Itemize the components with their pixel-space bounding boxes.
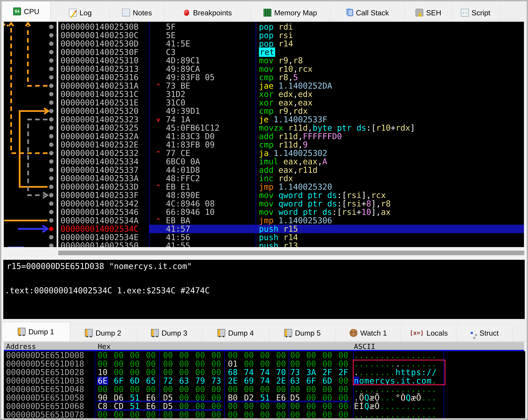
disasm-row[interactable]: 000000014002530C5Epop rsi [58, 31, 524, 40]
tab-breakpoints[interactable]: Breakpoints [164, 4, 251, 21]
instruction-bytes: 49:83F8 05 [166, 73, 215, 82]
dump-row[interactable]: 000000D5E651D048000000000000000000000000… [4, 385, 525, 394]
tab-call-stack[interactable]: Call Stack [330, 4, 405, 21]
hex-byte: 00 [114, 360, 124, 368]
instruction-text: push r14 [259, 233, 298, 242]
dump-row[interactable]: 000000D5E651D018000000000000000001000000… [4, 360, 525, 368]
hex-byte: 00 [244, 410, 254, 419]
disasm-row[interactable]: 00000001400253424C:8946 08mov qword ptr … [58, 200, 524, 208]
hex-byte: 00 [98, 410, 108, 419]
disasm-row[interactable]: 000000014002531349:89CAmov r10,rcx [58, 65, 524, 73]
disasm-row[interactable]: 000000014002531649:83F8 05cmp r8,5 [58, 73, 524, 82]
dump-separator-3 [224, 351, 225, 419]
instruction-bytes: 41:83FB 09 [166, 141, 215, 149]
dump-header: Address Hex ASCII [4, 342, 524, 350]
instruction-text: jae 1.1400252DA [259, 82, 332, 90]
disasm-row[interactable]: 000000014002531C31D2xor edx,edx [58, 90, 524, 98]
dump-row[interactable]: 000000D5E651D078000000000000000000000000… [4, 410, 525, 419]
instruction-dot [49, 218, 53, 223]
instruction-bytes: 66:8946 10 [166, 208, 215, 216]
disasm-row[interactable]: 000000014002534666:8946 10mov word ptr d… [58, 208, 524, 216]
disassembly-hscrollbar[interactable] [4, 248, 524, 258]
disasm-row[interactable]: 000000014002534C41:57push r15 [58, 225, 524, 233]
hscrollbar-thumb[interactable] [58, 251, 524, 255]
tab-notes[interactable]: Notes [110, 4, 164, 21]
tab-dump-2[interactable]: Dump 2 [70, 324, 136, 341]
instruction-address: 000000014002531E [60, 98, 139, 107]
ascii-char: . [432, 402, 437, 410]
ascii-char: . [427, 410, 432, 419]
hex-byte: 00 [146, 351, 156, 360]
disasm-row[interactable]: 0000000140025323v74 1Aje 1.14002533F [58, 115, 524, 124]
tab-dump-4[interactable]: Dump 4 [202, 324, 269, 341]
tab-struct[interactable]: Struct [457, 324, 513, 341]
dump-row[interactable]: 000000D5E651D0386E6F6D65726379732E69742E… [4, 377, 525, 385]
jump-arrow-jae [28, 26, 48, 86]
instruction-bytes: 41:55 [166, 241, 190, 247]
disasm-row[interactable]: 000000014002532E41:83FB 09cmp r11d,9 [58, 141, 524, 149]
ascii-char: . [364, 385, 370, 394]
disasm-row[interactable]: 000000014002530B5Fpop rdi [58, 23, 524, 31]
ascii-char: . [406, 402, 411, 410]
instruction-address: 000000014002531C [60, 90, 139, 98]
disasm-row[interactable]: 000000014002534E41:56push r14 [58, 233, 524, 242]
hex-dump-panel[interactable]: 000000D5E651D008000000000000000000000000… [4, 351, 525, 419]
notes-icon [122, 9, 130, 17]
disasm-row[interactable]: 00000001400253104D:89C1mov r9,r8 [58, 56, 524, 65]
disasm-row[interactable]: 000000014002531A^73 BEjae 1.1400252DA [58, 82, 524, 90]
hex-byte: 00 [98, 351, 108, 360]
instruction-dot [49, 117, 53, 122]
tab-script[interactable]: ‹›Script [452, 4, 499, 21]
tab-dump-5[interactable]: Dump 5 [269, 324, 336, 341]
ascii-char: Ò [401, 394, 406, 402]
dump-row[interactable]: 000000D5E651D068C8CD51E6D500000000000000… [4, 402, 525, 410]
instruction-text: cmp r8,5 [259, 73, 298, 82]
disasm-row[interactable]: 000000014002533744:01D8add eax,r11d [58, 166, 524, 174]
jump-arrow-ja [11, 26, 48, 153]
ascii-char: . [416, 385, 421, 394]
disasm-row[interactable]: 000000014002530FC3ret [58, 48, 524, 57]
disasm-row[interactable]: 000000014002530D41:5Epop r14 [58, 39, 524, 48]
tab-cpu[interactable]: 64CPU [2, 1, 51, 21]
dump-row[interactable]: 000000D5E651D028100000000000000068747470… [4, 368, 525, 377]
hex-byte: 00 [163, 360, 173, 368]
tab-seh[interactable]: SEH [405, 4, 452, 21]
tab-dump-3[interactable]: Dump 3 [136, 324, 202, 341]
disasm-row[interactable]: 000000014002533D^EB E1jmp 1.140025320 [58, 183, 524, 191]
disasm-row[interactable]: 000000014002532A41:83C3 D0add r11d,FFFFF… [58, 132, 524, 141]
disasm-row[interactable]: 0000000140025332^77 CEja 1.140025302 [58, 149, 524, 157]
disasm-row[interactable]: 000000014002534A^EB BAjmp 1.140025306 [58, 216, 524, 225]
ascii-char: . [370, 410, 375, 419]
hex-byte: 00 [228, 402, 238, 410]
hex-byte: 00 [163, 351, 173, 360]
disasm-row[interactable]: 000000014002535041:55push r13 [58, 241, 524, 247]
tab-locals[interactable]: [x=]Locals [401, 324, 457, 341]
disasm-row[interactable]: 000000014002533F48:890Emov qword ptr ds:… [58, 191, 524, 200]
ascii-char: Õ [375, 402, 380, 410]
tab-log[interactable]: Log [51, 4, 110, 21]
instruction-dot [49, 176, 53, 180]
disasm-row[interactable]: 000000014002532545:0FB61C12movzx r11d,by… [58, 124, 524, 132]
instruction-address: 000000014002533F [60, 191, 139, 200]
tab-watch-1[interactable]: Watch 1 [336, 324, 401, 341]
hex-byte: 2E [228, 377, 238, 385]
dump-row[interactable]: 000000D5E651D008000000000000000000000000… [4, 351, 525, 360]
instruction-address: 000000014002533D [60, 183, 139, 191]
tab-dump-1[interactable]: Dump 1 [2, 322, 70, 341]
disasm-row[interactable]: 000000014002531E31C0xor eax,eax [58, 98, 524, 107]
ascii-char: . [421, 402, 427, 410]
instruction-dot [49, 75, 53, 80]
disasm-row[interactable]: 000000014002532049:39D1cmp r9,rdx [58, 107, 524, 115]
disasm-row[interactable]: 000000014002533A48:FFC2inc rdx [58, 174, 524, 183]
dump-row[interactable]: 000000D5E651D05890D651E6D5000000B0D251E6… [4, 394, 525, 402]
hex-byte: 00 [195, 351, 205, 360]
tab-memory-map[interactable]: Memory Map [251, 4, 330, 21]
disassembly-panel[interactable]: RIP 000000014002530B5Fpop rdi00000001400… [4, 22, 524, 247]
ascii-char: . [364, 410, 370, 419]
instruction-bytes: 49:39D1 [166, 107, 200, 115]
instruction-bytes: 74 1A [166, 115, 190, 124]
hex-byte: 00 [98, 360, 108, 368]
hex-byte: 00 [306, 360, 316, 368]
disasm-row[interactable]: 00000001400253346BC0 0Aimul eax,eax,A [58, 157, 524, 166]
ascii-char: Õ [416, 394, 421, 402]
